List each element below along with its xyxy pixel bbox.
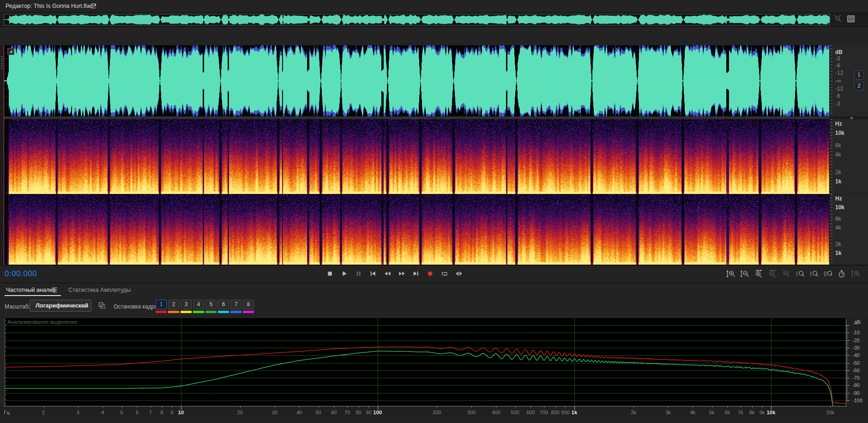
overview-strip[interactable] (4, 14, 830, 25)
scale-ticks (830, 194, 832, 265)
scale-dropdown[interactable]: Логарифмический (30, 300, 91, 312)
scale-ticks (830, 45, 832, 116)
x-axis-tick-label: 8 (160, 410, 163, 415)
hz-scale-label: 1k (835, 250, 841, 256)
stop-button[interactable] (326, 268, 335, 279)
x-axis-tick-label: 80 (356, 410, 361, 415)
audition-editor-window: Редактор: This Is Gonna Hurt.flac * ☰ +0… (0, 0, 868, 423)
scale-ticks (830, 119, 832, 194)
db-scale-label: -6 (835, 62, 840, 69)
x-axis-tick-label: 9k (760, 410, 765, 415)
x-axis-tick-label: 200 (433, 410, 441, 415)
frequency-chart[interactable] (5, 318, 846, 406)
x-axis-tick-label: 3k (665, 410, 671, 415)
spectrogram-hz-scale-2: Hz10k6k4k2k1k (830, 194, 868, 265)
hz-scale-label: 10k (835, 204, 844, 211)
go-to-end-button[interactable] (411, 268, 421, 279)
frequency-chart-canvas[interactable] (5, 318, 846, 406)
x-axis-tick-label: 90 (366, 410, 371, 415)
loop-playback-button[interactable] (440, 268, 450, 279)
db-scale-label: -12 (835, 85, 843, 92)
hz-scale-label: 6k (835, 142, 841, 149)
play-button[interactable] (340, 268, 350, 279)
x-axis-tick-label: 900 (561, 410, 569, 415)
y-axis-tick-label: -10 (852, 330, 860, 335)
frame-hold-button-4[interactable]: 4 (193, 300, 204, 309)
spectrogram-display-2[interactable] (4, 194, 829, 265)
overview-waveform[interactable] (4, 14, 830, 25)
pause-button[interactable] (354, 268, 364, 279)
frame-hold-button-1[interactable]: 1 (156, 300, 167, 309)
hz-scale-label: 1k (835, 178, 841, 185)
zoom-to-out-point-button[interactable]: } (809, 268, 819, 279)
zoom-full-button[interactable] (850, 268, 860, 279)
svg-text:{}: {} (824, 271, 827, 276)
record-button[interactable] (426, 268, 435, 279)
hz-scale-label: 2k (835, 169, 841, 175)
zoom-out-amplitude-button[interactable] (740, 268, 749, 279)
channel-1-button[interactable]: 1 (854, 71, 864, 79)
y-axis-unit: дБ (854, 319, 861, 325)
spectrogram-display-1[interactable] (4, 119, 829, 194)
hz-scale-label: 2k (835, 241, 841, 248)
hz-scale-label: 10k (835, 130, 844, 136)
scale-dropdown-value: Логарифмический (36, 302, 88, 309)
frame-hold-button-2[interactable]: 2 (168, 300, 179, 309)
frame-hold-button-6[interactable]: 6 (218, 300, 229, 309)
x-axis-tick-label: 600 (526, 410, 535, 415)
panel-grip[interactable] (1, 56, 3, 70)
transport-buttons (326, 268, 464, 279)
frame-hold-color-strip (243, 311, 254, 313)
zoom-in-amplitude-button[interactable] (726, 268, 735, 279)
scale-label: Масштаб: (5, 303, 30, 310)
frame-hold-button-5[interactable]: 5 (205, 300, 217, 309)
zoom-to-selection-button[interactable]: {} (823, 268, 832, 279)
timer-button[interactable] (837, 268, 846, 279)
x-axis-tick-label: 5k (709, 410, 715, 415)
zoom-to-in-point-button[interactable]: { (795, 268, 805, 279)
panel-menu-icon[interactable]: ☰ (90, 2, 96, 10)
x-axis-tick-label: 4 (101, 410, 104, 415)
y-axis-tick-label: -60 (852, 368, 860, 373)
x-axis-tick-label: 70 (344, 410, 350, 415)
y-axis-tick-label: -90 (852, 390, 860, 396)
skip-selection-button[interactable] (454, 268, 464, 279)
frame-hold-button-8[interactable]: 8 (243, 300, 254, 309)
x-axis-tick-label: 300 (467, 410, 476, 415)
fold-corner-button[interactable] (7, 48, 14, 55)
waveform-display[interactable] (4, 45, 829, 116)
x-axis-tick-label: 5 (121, 410, 123, 415)
frame-hold-color-strip (193, 311, 204, 313)
frequency-analysis-panel: Частотный анализ ☰ Статистика Амплитуды … (0, 283, 868, 423)
y-axis-tick-label: -30 (852, 345, 860, 350)
frame-hold-color-strip (181, 311, 192, 313)
waveform-canvas[interactable] (4, 45, 829, 116)
frame-hold-color-strip (205, 311, 217, 313)
spectrogram-canvas-1[interactable] (4, 119, 829, 194)
rewind-button[interactable] (383, 268, 392, 279)
chevron-down-icon (81, 303, 88, 312)
zoom-out-full-icon[interactable] (834, 15, 842, 25)
frame-hold-button-3[interactable]: 3 (181, 300, 192, 309)
go-to-start-button[interactable] (368, 268, 378, 279)
fast-forward-button[interactable] (397, 268, 407, 279)
x-axis-tick-label: 9 (170, 410, 173, 415)
tab-frequency-analysis[interactable]: Частотный анализ (6, 287, 55, 293)
timecode-display[interactable]: 0:00.000 (5, 269, 37, 278)
spectral-display-options-icon[interactable] (847, 15, 855, 25)
frame-hold-button-7[interactable]: 7 (230, 300, 241, 309)
playhead[interactable] (4, 45, 4, 265)
frame-hold-color-strip (230, 311, 241, 313)
tab-amplitude-statistics[interactable]: Статистика Амплитуды (68, 287, 131, 293)
copy-frame-icon[interactable] (98, 302, 106, 311)
editor-titlebar: Редактор: This Is Gonna Hurt.flac * ☰ (0, 0, 868, 13)
frequency-panel-menu-icon[interactable]: ☰ (52, 286, 58, 294)
hz-scale-label: Hz (835, 121, 842, 127)
zoom-in-time-button[interactable] (753, 268, 763, 279)
zoom-reset-button[interactable] (781, 268, 791, 279)
x-axis-tick-label: 6 (136, 410, 139, 415)
spectrogram-canvas-2[interactable] (4, 194, 829, 265)
spectrogram-hz-scale-1: Hz10k6k4k2k1k (830, 119, 868, 194)
zoom-out-time-button[interactable] (767, 268, 777, 279)
channel-2-button[interactable]: 2 (854, 82, 864, 91)
